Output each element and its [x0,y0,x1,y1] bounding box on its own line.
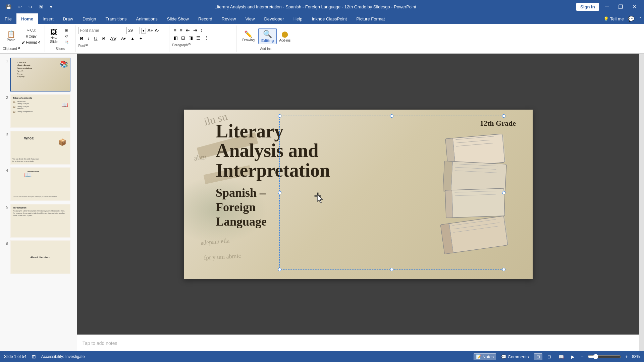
slide-thumb-4[interactable]: 4 📖 Introduction You can enter a subtitl… [0,166,77,202]
addins-more-button[interactable]: ⬤ Add-ins [277,29,292,43]
slide-thumb-3[interactable]: 3 Whoa! 📦 You can delete this slide if y… [0,129,77,166]
indent-increase-button[interactable]: ⇥ [192,27,199,34]
font-expand[interactable]: ⧉ [86,43,88,47]
tab-slideshow[interactable]: Slide Show [162,13,194,24]
reading-view-button[interactable]: 📖 [556,353,566,360]
align-center-button[interactable]: ⊟ [180,35,186,41]
thumb-3-title: Whoa! [24,136,35,140]
slide-thumb-6[interactable]: 6 About literature [0,239,77,276]
thumb-6-title: About literature [30,256,50,259]
bullets-button[interactable]: ≡ [172,27,177,34]
font-size-input[interactable] [126,27,140,34]
highlight-button[interactable]: ▲ [129,36,136,42]
slide-section-button[interactable]: 📑 [60,40,72,45]
paragraph-expand[interactable]: ⧉ [189,43,191,46]
font-name-input[interactable] [78,27,125,34]
increase-font-button[interactable]: A+ [147,28,153,33]
comments-button[interactable]: 💬 [626,13,637,24]
tab-developer[interactable]: Developer [259,13,288,24]
close-button[interactable]: ✕ [629,4,640,10]
slide-thumb-1[interactable]: 1 LiteraryAnalysis andInterpretationSpan… [0,56,77,93]
align-justify-button[interactable]: ☰ [195,35,202,41]
slide-num-1: 1 [3,58,8,63]
slide-main[interactable]: ilu su abm adepam ella fpr y um abmic 12… [184,110,533,279]
notes-view-button[interactable]: 📝 Notes [474,353,496,360]
minimize-button[interactable]: ─ [602,4,612,10]
font-size-dropdown[interactable]: ▾ [141,28,146,34]
tab-home[interactable]: Home [16,13,38,24]
zoom-out-button[interactable]: − [580,353,585,360]
slideshow-button[interactable]: ▶ [569,353,577,360]
numbering-button[interactable]: ≡ [178,27,184,34]
tab-insert[interactable]: Insert [38,13,58,24]
slide-num-6: 6 [3,240,8,246]
sign-in-button[interactable]: Sign in [576,3,599,11]
copy-button[interactable]: ⎘ Copy [20,34,42,39]
decrease-font-button[interactable]: A- [155,28,159,33]
indent-decrease-button[interactable]: ⇤ [184,27,191,34]
columns-button[interactable]: ⋮ [203,35,210,41]
slide-title-area[interactable]: LiteraryAnalysis andInterpretation Spani… [216,121,414,229]
line-spacing-button[interactable]: ↕ [199,27,204,34]
char-spacing-button[interactable]: A͟V [108,35,118,42]
right-scrollbar[interactable] [639,54,644,351]
svg-rect-15 [445,190,453,218]
paste-button[interactable]: 📋 Paste [3,29,19,43]
tab-inknoe[interactable]: Inknoe ClassPoint [307,13,352,24]
slide-sorter-button[interactable]: ⊟ [545,353,553,360]
main-title: LiteraryAnalysis andInterpretation [216,121,414,180]
handwriting-4: fpr y um abmic [204,252,241,261]
strikethrough-button[interactable]: S [101,35,107,42]
autosave-button[interactable]: 🖫 [37,4,45,10]
slide-reset-button[interactable]: ↺ [60,34,72,39]
ribbon-collapse-button[interactable]: ⌃ [637,13,644,24]
books-svg [430,123,518,257]
slide-wrapper: ilu su abm adepam ella fpr y um abmic 12… [184,110,533,279]
zoom-slider[interactable] [588,354,621,359]
notes-bar[interactable]: Tap to add notes [77,335,639,351]
tab-picture-format[interactable]: Picture Format [352,13,389,24]
slide-thumb-2[interactable]: 2 Table of contents 01IntroductionLitera… [0,93,77,129]
tab-view[interactable]: View [240,13,259,24]
save-button[interactable]: 💾 [4,4,13,10]
zoom-in-button[interactable]: + [624,353,629,360]
format-painter-button[interactable]: 🖌 Format P. [20,40,42,45]
redo-button[interactable]: ↪ [26,4,34,10]
bold-button[interactable]: B [78,35,85,42]
status-bar-left: Slide 1 of 54 ⊞ Accessibility: Investiga… [4,353,85,360]
slide-canvas[interactable]: ilu su abm adepam ella fpr y um abmic 12… [77,54,639,335]
ideas-button[interactable]: 💡 Tell me [601,13,626,24]
align-left-button[interactable]: ◧ [172,35,179,41]
drawing-button[interactable]: ✏️ Drawing [239,29,258,44]
new-slide-button[interactable]: 🖼 NewSlide [48,28,60,45]
tab-transitions[interactable]: Transitions [101,13,131,24]
cut-button[interactable]: ✂ Cut [20,27,42,33]
italic-button[interactable]: I [87,35,91,42]
tab-file[interactable]: File [0,13,16,24]
normal-view-button[interactable]: ⊞ [534,353,542,360]
tab-design[interactable]: Design [78,13,101,24]
underline-button[interactable]: U [92,35,99,42]
thumb-5-title: Introduction [13,206,68,209]
clear-format-button[interactable]: ✦ [138,36,144,42]
slide-view-button[interactable]: ⊞ [31,353,37,360]
align-right-button[interactable]: ◨ [187,35,194,41]
clipboard-expand[interactable]: ⧉ [18,46,20,50]
tab-help[interactable]: Help [289,13,307,24]
group-slides: 🖼 NewSlide ⊞ ↺ 📑 Slides [45,25,75,52]
restore-button[interactable]: ❐ [615,4,626,10]
font-color-button[interactable]: A▾ [119,36,127,42]
tab-animations[interactable]: Animations [131,13,162,24]
tab-draw[interactable]: Draw [58,13,78,24]
undo-button[interactable]: ↩ [16,4,24,10]
editing-button[interactable]: 🔍 Editing [258,28,277,44]
tab-review[interactable]: Review [217,13,241,24]
thumb-2-items: 01IntroductionLiterary analysis 02Litera… [13,101,68,113]
svg-rect-14 [445,188,505,218]
tab-record[interactable]: Record [194,13,217,24]
slide-info: Slide 1 of 54 [4,354,26,359]
slide-layout-button[interactable]: ⊞ [60,27,72,33]
slide-thumb-5[interactable]: 5 Introduction You can give a brief desc… [0,202,77,239]
customize-button[interactable]: ▾ [48,4,54,10]
comments-view-button[interactable]: 💬 Comments [499,353,531,360]
